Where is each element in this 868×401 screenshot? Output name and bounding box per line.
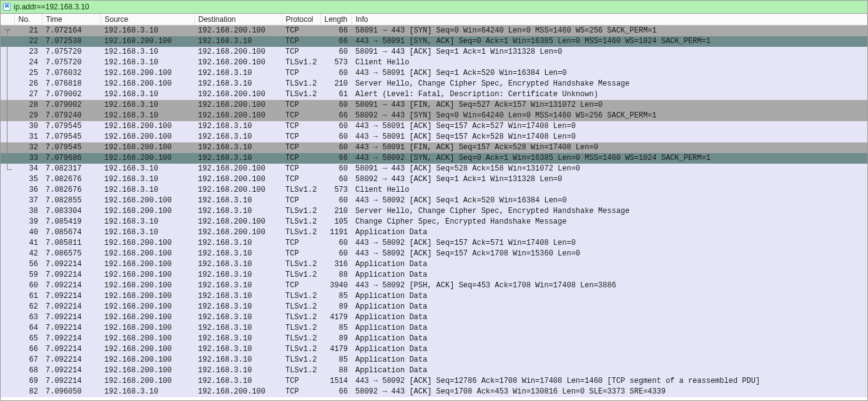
packet-list-panel[interactable]: No. Time Source Destination Protocol Len… <box>0 14 868 401</box>
packet-destination: 192.168.3.10 <box>194 280 282 291</box>
packet-row[interactable]: 327.079545192.168.200.100192.168.3.10TCP… <box>1 142 867 153</box>
packet-row[interactable]: 287.079002192.168.3.10192.168.200.100TCP… <box>1 100 867 111</box>
col-dst-header[interactable]: Destination <box>194 14 282 26</box>
packet-row[interactable]: 297.079240192.168.3.10192.168.200.100TCP… <box>1 111 867 121</box>
packet-row[interactable]: 657.092214192.168.200.100192.168.3.10TLS… <box>1 334 867 344</box>
packet-length: 85 <box>320 355 352 365</box>
packet-no: 27 <box>14 89 42 100</box>
packet-info: 58092 → 443 [SYN] Seq=0 Win=64240 Len=0 … <box>352 111 867 121</box>
packet-row[interactable]: 347.082317192.168.3.10192.168.200.100TCP… <box>1 164 867 174</box>
packet-time: 7.085419 <box>42 217 101 227</box>
packet-row[interactable]: 317.079545192.168.200.100192.168.3.10TCP… <box>1 132 867 142</box>
packet-info: 58092 → 443 [ACK] Seq=1708 Ack=453 Win=1… <box>352 387 867 397</box>
packet-time: 7.092214 <box>42 280 101 291</box>
packet-row[interactable]: 617.092214192.168.200.100192.168.3.10TLS… <box>1 291 867 302</box>
packet-row[interactable]: 597.092214192.168.200.100192.168.3.10TLS… <box>1 270 867 280</box>
related-packet-indicator <box>1 47 14 57</box>
packet-row[interactable]: 667.092214192.168.200.100192.168.3.10TLS… <box>1 344 867 355</box>
related-packet-indicator <box>1 376 14 387</box>
related-packet-indicator <box>1 334 14 344</box>
packet-row[interactable]: 607.092214192.168.200.100192.168.3.10TCP… <box>1 280 867 291</box>
packet-source: 192.168.200.100 <box>101 259 194 270</box>
packet-destination: 192.168.3.10 <box>194 302 282 312</box>
packet-destination: 192.168.3.10 <box>194 334 282 344</box>
packet-row[interactable]: 307.079545192.168.200.100192.168.3.10TCP… <box>1 121 867 132</box>
packet-source: 192.168.3.10 <box>101 174 194 185</box>
packet-source: 192.168.200.100 <box>101 291 194 302</box>
col-proto-header[interactable]: Protocol <box>282 14 320 26</box>
packet-info: Change Cipher Spec, Encrypted Handshake … <box>352 217 867 227</box>
packet-info: 443 → 58092 [SYN, ACK] Seq=0 Ack=1 Win=1… <box>352 153 867 164</box>
col-src-header[interactable]: Source <box>101 14 194 26</box>
packet-row[interactable]: 277.079002192.168.3.10192.168.200.100TLS… <box>1 89 867 100</box>
packet-row[interactable]: 267.076818192.168.200.100192.168.3.10TLS… <box>1 79 867 89</box>
packet-length: 573 <box>320 185 352 196</box>
related-packet-indicator <box>1 111 14 121</box>
packet-length: 85 <box>320 323 352 334</box>
display-filter-input[interactable] <box>14 2 866 11</box>
packet-row[interactable]: 387.083304192.168.200.100192.168.3.10TLS… <box>1 206 867 217</box>
packet-length: 66 <box>320 387 352 397</box>
packet-row[interactable]: 677.092214192.168.200.100192.168.3.10TLS… <box>1 355 867 365</box>
bookmark-filter-icon[interactable] <box>2 2 11 11</box>
packet-row[interactable]: 257.076032192.168.200.100192.168.3.10TCP… <box>1 68 867 79</box>
packet-time: 7.085674 <box>42 227 101 238</box>
related-packet-indicator <box>1 68 14 79</box>
packet-row[interactable]: 427.086575192.168.200.100192.168.3.10TCP… <box>1 249 867 259</box>
col-info-header[interactable]: Info <box>352 14 867 26</box>
packet-row[interactable]: 357.082676192.168.3.10192.168.200.100TCP… <box>1 174 867 185</box>
packet-destination: 192.168.3.10 <box>194 259 282 270</box>
related-packet-indicator <box>1 79 14 89</box>
packet-row[interactable]: 367.082676192.168.3.10192.168.200.100TLS… <box>1 185 867 196</box>
packet-no: 64 <box>14 323 42 334</box>
packet-no: 37 <box>14 196 42 206</box>
packet-no: 22 <box>14 36 42 47</box>
packet-row[interactable]: 217.072164192.168.3.10192.168.200.100TCP… <box>1 26 867 37</box>
packet-no: 36 <box>14 185 42 196</box>
packet-row[interactable]: 237.075720192.168.3.10192.168.200.100TCP… <box>1 47 867 57</box>
packet-row[interactable]: 647.092214192.168.200.100192.168.3.10TLS… <box>1 323 867 334</box>
packet-length: 3940 <box>320 280 352 291</box>
packet-destination: 192.168.3.10 <box>194 238 282 249</box>
packet-info: 443 → 58092 [PSH, ACK] Seq=453 Ack=1708 … <box>352 280 867 291</box>
packet-time: 7.092214 <box>42 270 101 280</box>
packet-destination: 192.168.3.10 <box>194 365 282 376</box>
related-packet-indicator <box>1 57 14 68</box>
packet-protocol: TCP <box>282 121 320 132</box>
packet-source: 192.168.200.100 <box>101 132 194 142</box>
packet-row[interactable]: 417.085811192.168.200.100192.168.3.10TCP… <box>1 238 867 249</box>
col-no-header[interactable]: No. <box>14 14 42 26</box>
packet-destination: 192.168.3.10 <box>194 249 282 259</box>
packet-info: Alert (Level: Fatal, Description: Certif… <box>352 89 867 100</box>
packet-row[interactable]: 337.079686192.168.200.100192.168.3.10TCP… <box>1 153 867 164</box>
packet-row[interactable]: 567.092214192.168.200.100192.168.3.10TLS… <box>1 259 867 270</box>
col-len-header[interactable]: Length <box>320 14 352 26</box>
packet-protocol: TLSv1.2 <box>282 270 320 280</box>
packet-row[interactable]: 637.092214192.168.200.100192.168.3.10TLS… <box>1 312 867 323</box>
display-filter-bar[interactable] <box>0 0 868 14</box>
packet-time: 7.082676 <box>42 174 101 185</box>
packet-length: 105 <box>320 217 352 227</box>
packet-time: 7.096050 <box>42 387 101 397</box>
packet-no: 82 <box>14 387 42 397</box>
packet-row[interactable]: 627.092214192.168.200.100192.168.3.10TLS… <box>1 302 867 312</box>
packet-source: 192.168.200.100 <box>101 302 194 312</box>
packet-row[interactable]: 697.092214192.168.200.100192.168.3.10TCP… <box>1 376 867 387</box>
packet-no: 24 <box>14 57 42 68</box>
packet-protocol: TLSv1.2 <box>282 312 320 323</box>
packet-row[interactable]: 407.085674192.168.3.10192.168.200.100TLS… <box>1 227 867 238</box>
packet-row[interactable]: 827.096050192.168.3.10192.168.200.100TCP… <box>1 387 867 397</box>
packet-protocol: TCP <box>282 164 320 174</box>
packet-protocol: TCP <box>282 142 320 153</box>
packet-row[interactable]: 687.092214192.168.200.100192.168.3.10TLS… <box>1 365 867 376</box>
packet-row[interactable]: 247.075720192.168.3.10192.168.200.100TLS… <box>1 57 867 68</box>
packet-no: 56 <box>14 259 42 270</box>
col-time-header[interactable]: Time <box>42 14 101 26</box>
packet-row[interactable]: 397.085419192.168.3.10192.168.200.100TLS… <box>1 217 867 227</box>
packet-length: 4179 <box>320 312 352 323</box>
packet-length: 60 <box>320 47 352 57</box>
col-tree-header[interactable] <box>1 14 14 26</box>
packet-length: 60 <box>320 132 352 142</box>
packet-row[interactable]: 377.082855192.168.200.100192.168.3.10TCP… <box>1 196 867 206</box>
packet-row[interactable]: 227.072538192.168.200.100192.168.3.10TCP… <box>1 36 867 47</box>
